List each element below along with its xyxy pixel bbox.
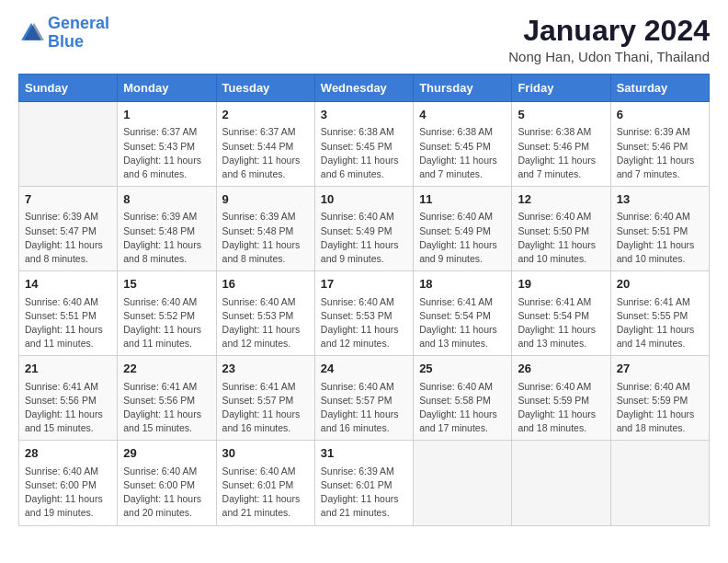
day-info: Sunrise: 6:40 AM Sunset: 5:58 PM Dayligh… bbox=[419, 380, 506, 436]
logo: General Blue bbox=[18, 15, 109, 52]
day-info: Sunrise: 6:40 AM Sunset: 5:52 PM Dayligh… bbox=[123, 295, 210, 351]
calendar-header: SundayMondayTuesdayWednesdayThursdayFrid… bbox=[19, 75, 710, 102]
day-number: 22 bbox=[123, 361, 210, 377]
weekday-header-monday: Monday bbox=[118, 75, 216, 102]
calendar-cell: 14Sunrise: 6:40 AM Sunset: 5:51 PM Dayli… bbox=[19, 271, 118, 356]
day-number: 14 bbox=[25, 276, 111, 293]
calendar-cell: 11Sunrise: 6:40 AM Sunset: 5:49 PM Dayli… bbox=[414, 187, 512, 271]
day-number: 31 bbox=[321, 445, 407, 462]
day-info: Sunrise: 6:39 AM Sunset: 5:48 PM Dayligh… bbox=[222, 210, 309, 266]
day-info: Sunrise: 6:41 AM Sunset: 5:56 PM Dayligh… bbox=[123, 380, 210, 436]
calendar-cell: 7Sunrise: 6:39 AM Sunset: 5:47 PM Daylig… bbox=[19, 187, 118, 271]
calendar-cell: 28Sunrise: 6:40 AM Sunset: 6:00 PM Dayli… bbox=[19, 441, 118, 525]
calendar-cell bbox=[512, 441, 610, 525]
weekday-header-wednesday: Wednesday bbox=[314, 75, 413, 102]
day-number: 7 bbox=[25, 191, 111, 208]
weekday-header-sunday: Sunday bbox=[19, 75, 118, 102]
day-info: Sunrise: 6:40 AM Sunset: 5:51 PM Dayligh… bbox=[25, 295, 111, 351]
day-number: 15 bbox=[123, 276, 210, 293]
day-info: Sunrise: 6:41 AM Sunset: 5:56 PM Dayligh… bbox=[25, 380, 111, 436]
calendar-cell: 20Sunrise: 6:41 AM Sunset: 5:55 PM Dayli… bbox=[610, 271, 709, 356]
day-number: 3 bbox=[321, 107, 407, 123]
day-number: 21 bbox=[25, 361, 111, 377]
day-info: Sunrise: 6:39 AM Sunset: 5:47 PM Dayligh… bbox=[25, 210, 111, 266]
day-info: Sunrise: 6:38 AM Sunset: 5:45 PM Dayligh… bbox=[321, 125, 407, 181]
logo-text: General Blue bbox=[48, 15, 109, 52]
day-info: Sunrise: 6:39 AM Sunset: 5:48 PM Dayligh… bbox=[123, 210, 210, 266]
calendar-cell: 22Sunrise: 6:41 AM Sunset: 5:56 PM Dayli… bbox=[118, 356, 216, 441]
day-info: Sunrise: 6:40 AM Sunset: 5:59 PM Dayligh… bbox=[617, 380, 703, 436]
calendar-cell: 5Sunrise: 6:38 AM Sunset: 5:46 PM Daylig… bbox=[512, 102, 610, 187]
day-info: Sunrise: 6:41 AM Sunset: 5:55 PM Dayligh… bbox=[617, 295, 703, 351]
day-number: 10 bbox=[321, 191, 407, 208]
calendar-cell: 1Sunrise: 6:37 AM Sunset: 5:43 PM Daylig… bbox=[118, 102, 216, 187]
day-info: Sunrise: 6:41 AM Sunset: 5:54 PM Dayligh… bbox=[518, 295, 604, 351]
page-header: General Blue January 2024 Nong Han, Udon… bbox=[18, 15, 710, 64]
day-number: 6 bbox=[617, 107, 703, 123]
day-info: Sunrise: 6:40 AM Sunset: 5:57 PM Dayligh… bbox=[321, 380, 407, 436]
location-title: Nong Han, Udon Thani, Thailand bbox=[508, 49, 710, 64]
title-block: January 2024 Nong Han, Udon Thani, Thail… bbox=[508, 15, 710, 64]
calendar-cell: 8Sunrise: 6:39 AM Sunset: 5:48 PM Daylig… bbox=[118, 187, 216, 271]
day-number: 19 bbox=[518, 276, 604, 293]
calendar-week-row: 21Sunrise: 6:41 AM Sunset: 5:56 PM Dayli… bbox=[19, 356, 710, 441]
calendar-cell: 18Sunrise: 6:41 AM Sunset: 5:54 PM Dayli… bbox=[414, 271, 512, 356]
day-number: 4 bbox=[419, 107, 506, 123]
day-number: 1 bbox=[123, 107, 210, 123]
calendar-cell: 30Sunrise: 6:40 AM Sunset: 6:01 PM Dayli… bbox=[216, 441, 314, 525]
day-info: Sunrise: 6:40 AM Sunset: 5:53 PM Dayligh… bbox=[321, 295, 407, 351]
day-info: Sunrise: 6:40 AM Sunset: 5:51 PM Dayligh… bbox=[617, 210, 703, 266]
day-number: 26 bbox=[518, 361, 604, 377]
weekday-header-thursday: Thursday bbox=[414, 75, 512, 102]
calendar-cell: 19Sunrise: 6:41 AM Sunset: 5:54 PM Dayli… bbox=[512, 271, 610, 356]
calendar-cell: 26Sunrise: 6:40 AM Sunset: 5:59 PM Dayli… bbox=[512, 356, 610, 441]
calendar-cell: 25Sunrise: 6:40 AM Sunset: 5:58 PM Dayli… bbox=[414, 356, 512, 441]
calendar-cell: 10Sunrise: 6:40 AM Sunset: 5:49 PM Dayli… bbox=[314, 187, 413, 271]
calendar-cell: 24Sunrise: 6:40 AM Sunset: 5:57 PM Dayli… bbox=[314, 356, 413, 441]
weekday-header-tuesday: Tuesday bbox=[216, 75, 314, 102]
day-info: Sunrise: 6:39 AM Sunset: 5:46 PM Dayligh… bbox=[617, 125, 703, 181]
calendar-cell: 17Sunrise: 6:40 AM Sunset: 5:53 PM Dayli… bbox=[314, 271, 413, 356]
day-info: Sunrise: 6:40 AM Sunset: 5:49 PM Dayligh… bbox=[321, 210, 407, 266]
day-number: 29 bbox=[123, 445, 210, 462]
day-info: Sunrise: 6:40 AM Sunset: 6:00 PM Dayligh… bbox=[123, 465, 210, 521]
day-info: Sunrise: 6:40 AM Sunset: 5:53 PM Dayligh… bbox=[222, 295, 309, 351]
calendar-cell: 2Sunrise: 6:37 AM Sunset: 5:44 PM Daylig… bbox=[216, 102, 314, 187]
calendar-cell: 15Sunrise: 6:40 AM Sunset: 5:52 PM Dayli… bbox=[118, 271, 216, 356]
day-number: 23 bbox=[222, 361, 309, 377]
day-number: 30 bbox=[222, 445, 309, 462]
calendar-week-row: 7Sunrise: 6:39 AM Sunset: 5:47 PM Daylig… bbox=[19, 187, 710, 271]
calendar-cell bbox=[19, 102, 118, 187]
calendar-cell bbox=[414, 441, 512, 525]
calendar-body: 1Sunrise: 6:37 AM Sunset: 5:43 PM Daylig… bbox=[19, 102, 710, 525]
day-number: 9 bbox=[222, 191, 309, 208]
day-number: 24 bbox=[321, 361, 407, 377]
calendar-table: SundayMondayTuesdayWednesdayThursdayFrid… bbox=[18, 74, 710, 525]
day-info: Sunrise: 6:40 AM Sunset: 5:50 PM Dayligh… bbox=[518, 210, 604, 266]
day-info: Sunrise: 6:38 AM Sunset: 5:46 PM Dayligh… bbox=[518, 125, 604, 181]
day-number: 11 bbox=[419, 191, 506, 208]
calendar-cell: 21Sunrise: 6:41 AM Sunset: 5:56 PM Dayli… bbox=[19, 356, 118, 441]
calendar-cell: 12Sunrise: 6:40 AM Sunset: 5:50 PM Dayli… bbox=[512, 187, 610, 271]
calendar-cell: 4Sunrise: 6:38 AM Sunset: 5:45 PM Daylig… bbox=[414, 102, 512, 187]
calendar-cell: 9Sunrise: 6:39 AM Sunset: 5:48 PM Daylig… bbox=[216, 187, 314, 271]
day-number: 5 bbox=[518, 107, 604, 123]
day-info: Sunrise: 6:38 AM Sunset: 5:45 PM Dayligh… bbox=[419, 125, 506, 181]
day-number: 17 bbox=[321, 276, 407, 293]
day-info: Sunrise: 6:37 AM Sunset: 5:44 PM Dayligh… bbox=[222, 125, 309, 181]
calendar-cell: 27Sunrise: 6:40 AM Sunset: 5:59 PM Dayli… bbox=[610, 356, 709, 441]
calendar-cell: 29Sunrise: 6:40 AM Sunset: 6:00 PM Dayli… bbox=[118, 441, 216, 525]
day-info: Sunrise: 6:41 AM Sunset: 5:57 PM Dayligh… bbox=[222, 380, 309, 436]
day-info: Sunrise: 6:40 AM Sunset: 6:00 PM Dayligh… bbox=[25, 465, 111, 521]
calendar-cell: 16Sunrise: 6:40 AM Sunset: 5:53 PM Dayli… bbox=[216, 271, 314, 356]
day-info: Sunrise: 6:40 AM Sunset: 6:01 PM Dayligh… bbox=[222, 465, 309, 521]
calendar-cell: 23Sunrise: 6:41 AM Sunset: 5:57 PM Dayli… bbox=[216, 356, 314, 441]
calendar-cell: 13Sunrise: 6:40 AM Sunset: 5:51 PM Dayli… bbox=[610, 187, 709, 271]
calendar-week-row: 1Sunrise: 6:37 AM Sunset: 5:43 PM Daylig… bbox=[19, 102, 710, 187]
day-number: 28 bbox=[25, 445, 111, 462]
calendar-week-row: 28Sunrise: 6:40 AM Sunset: 6:00 PM Dayli… bbox=[19, 441, 710, 525]
day-number: 13 bbox=[617, 191, 703, 208]
calendar-week-row: 14Sunrise: 6:40 AM Sunset: 5:51 PM Dayli… bbox=[19, 271, 710, 356]
weekday-header-saturday: Saturday bbox=[610, 75, 709, 102]
day-info: Sunrise: 6:40 AM Sunset: 5:59 PM Dayligh… bbox=[518, 380, 604, 436]
